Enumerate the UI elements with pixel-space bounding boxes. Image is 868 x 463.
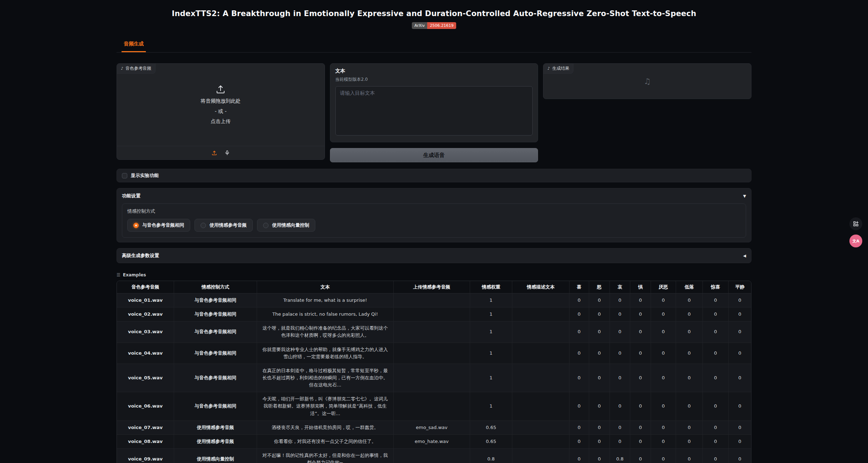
table-cell xyxy=(394,321,470,343)
examples-table: 音色参考音频情感控制方式文本上传情感参考音频情感权重情感描述文本喜怒哀惧厌恶低落… xyxy=(117,281,751,463)
table-header-cell: 情感权重 xyxy=(470,281,512,294)
top-row: ♪ 音色参考音频 将音频拖放到此处 - 或 - 点击上传 xyxy=(117,63,751,162)
example-row[interactable]: voice_02.wav与音色参考音频相同The palace is stric… xyxy=(117,307,751,321)
example-row[interactable]: voice_03.wav与音色参考音频相同这个呀，就是我们精心制作准备的纪念品，… xyxy=(117,321,751,343)
example-row[interactable]: voice_07.wav使用情感参考音频酒楼丧尽天良，开始借机竞拍房间，哎，一群… xyxy=(117,421,751,435)
table-cell: 0 xyxy=(676,435,703,449)
table-cell: 0 xyxy=(630,421,651,435)
table-cell: 0 xyxy=(610,321,630,343)
table-cell: 0 xyxy=(569,294,589,307)
table-cell xyxy=(512,435,569,449)
radio-option[interactable]: 使用情感向量控制 xyxy=(257,219,315,232)
table-cell xyxy=(394,392,470,420)
example-row[interactable]: voice_08.wav使用情感参考音频你看看你，对我还有没有一点父子之间的信任… xyxy=(117,435,751,449)
table-cell: 0.65 xyxy=(470,435,512,449)
table-cell: 1 xyxy=(470,307,512,321)
table-cell: 0 xyxy=(589,343,610,364)
translate-icon: 文A xyxy=(852,239,859,243)
table-cell: 0 xyxy=(729,435,751,449)
arxiv-badge-link[interactable]: ArXiv 2506.21619 xyxy=(412,22,456,29)
feature-settings-header[interactable]: 功能设置 ▼ xyxy=(122,193,746,199)
generate-speech-button[interactable]: 生成语音 xyxy=(330,148,538,162)
or-text: - 或 - xyxy=(215,107,227,115)
table-cell xyxy=(394,294,470,307)
table-cell: 0 xyxy=(676,392,703,420)
table-cell: 0 xyxy=(651,321,676,343)
model-version-text: 当前模型版本2.0 xyxy=(335,77,533,83)
advanced-settings-accordion[interactable]: 高级生成参数设置 ◀ xyxy=(117,248,751,263)
table-cell: 你看看你，对我还有没有一点父子之间的信任了。 xyxy=(257,435,394,449)
table-header-cell: 情感控制方式 xyxy=(174,281,257,294)
table-cell: 0 xyxy=(676,343,703,364)
table-cell xyxy=(512,343,569,364)
upload-source-icon xyxy=(211,150,217,156)
radio-icon xyxy=(263,223,268,228)
radio-icon xyxy=(201,223,206,228)
music-note-icon: ♪ xyxy=(547,66,550,71)
table-cell: voice_06.wav xyxy=(117,392,174,420)
radio-option[interactable]: 与音色参考音频相同 xyxy=(127,219,190,232)
table-cell: 0 xyxy=(630,343,651,364)
example-row[interactable]: voice_05.wav与音色参考音频相同在真正的日本剑道中，格斗过程极其短暂，… xyxy=(117,364,751,392)
microphone-icon xyxy=(225,150,230,156)
table-cell: 0 xyxy=(589,421,610,435)
examples-table-head: 音色参考音频情感控制方式文本上传情感参考音频情感权重情感描述文本喜怒哀惧厌恶低落… xyxy=(117,281,751,294)
extension-grid-button[interactable] xyxy=(849,217,862,230)
table-cell: 与音色参考音频相同 xyxy=(174,392,257,420)
upload-source-button[interactable] xyxy=(211,150,217,156)
audio-dropzone[interactable]: 将音频拖放到此处 - 或 - 点击上传 xyxy=(117,64,325,146)
example-row[interactable]: voice_01.wav与音色参考音频相同Translate for me, w… xyxy=(117,294,751,307)
table-cell: 0 xyxy=(610,392,630,420)
emotion-control-label: 情感控制方式 xyxy=(127,208,741,215)
table-cell: 0 xyxy=(630,435,651,449)
table-cell: 0 xyxy=(610,294,630,307)
table-cell: 与音色参考音频相同 xyxy=(174,294,257,307)
page-title: IndexTTS2: A Breakthrough in Emotionally… xyxy=(0,9,868,18)
table-cell: 0 xyxy=(651,449,676,463)
table-cell: 0 xyxy=(651,294,676,307)
table-cell: 0.65 xyxy=(470,421,512,435)
table-cell: 1 xyxy=(470,294,512,307)
table-cell: 0 xyxy=(729,294,751,307)
checkbox-icon[interactable] xyxy=(122,173,127,178)
table-cell: 0 xyxy=(676,421,703,435)
table-cell: 0 xyxy=(589,449,610,463)
microphone-button[interactable] xyxy=(225,150,230,156)
examples-label: ☰ Examples xyxy=(117,272,751,277)
radio-option[interactable]: 使用情感参考音频 xyxy=(194,219,253,232)
example-row[interactable]: voice_09.wav使用情感向量控制对不起嘛！我的记性真的不太好，但是和你在… xyxy=(117,449,751,463)
result-label: ♪ 生成结果 xyxy=(543,64,573,74)
table-cell: 1 xyxy=(470,343,512,364)
table-cell: 0 xyxy=(676,294,703,307)
table-cell: 0 xyxy=(569,321,589,343)
music-note-icon: ♪ xyxy=(121,66,123,71)
advanced-settings-title: 高级生成参数设置 xyxy=(122,252,159,259)
translate-button[interactable]: 文A xyxy=(849,235,862,247)
experimental-features-toggle[interactable]: 显示实验功能 xyxy=(117,169,751,182)
example-row[interactable]: voice_06.wav与音色参考音频相同今天呢，咱们开一部新书，叫《赛博朋克二… xyxy=(117,392,751,420)
table-cell: voice_01.wav xyxy=(117,294,174,307)
table-cell: emo_hate.wav xyxy=(394,435,470,449)
header-row: 音色参考音频情感控制方式文本上传情感参考音频情感权重情感描述文本喜怒哀惧厌恶低落… xyxy=(117,281,751,294)
example-row[interactable]: voice_04.wav与音色参考音频相同你就需要我这种专业人士的帮助，就像手无… xyxy=(117,343,751,364)
table-cell: 0 xyxy=(703,392,729,420)
table-cell xyxy=(512,307,569,321)
table-cell: 0 xyxy=(589,294,610,307)
emotion-control-group: 情感控制方式 与音色参考音频相同使用情感参考音频使用情感向量控制 xyxy=(122,203,746,238)
voice-reference-label-text: 音色参考音频 xyxy=(125,65,151,72)
table-cell: 0 xyxy=(589,392,610,420)
audio-source-bar xyxy=(117,146,325,159)
table-cell: 0 xyxy=(729,321,751,343)
table-cell: 0 xyxy=(569,449,589,463)
tab-audio-generation[interactable]: 音频生成 xyxy=(122,38,146,52)
accordion-open-arrow-icon: ▼ xyxy=(743,194,746,198)
table-header-cell: 情感描述文本 xyxy=(512,281,569,294)
table-cell: 0 xyxy=(703,449,729,463)
result-panel: ♪ 生成结果 ♫ xyxy=(543,63,751,99)
table-cell: 使用情感参考音频 xyxy=(174,421,257,435)
result-placeholder-note-icon: ♫ xyxy=(644,77,651,86)
table-cell: 0 xyxy=(651,421,676,435)
table-header-cell: 厌恶 xyxy=(651,281,676,294)
target-text-input[interactable] xyxy=(335,86,533,136)
table-cell: 0 xyxy=(703,321,729,343)
